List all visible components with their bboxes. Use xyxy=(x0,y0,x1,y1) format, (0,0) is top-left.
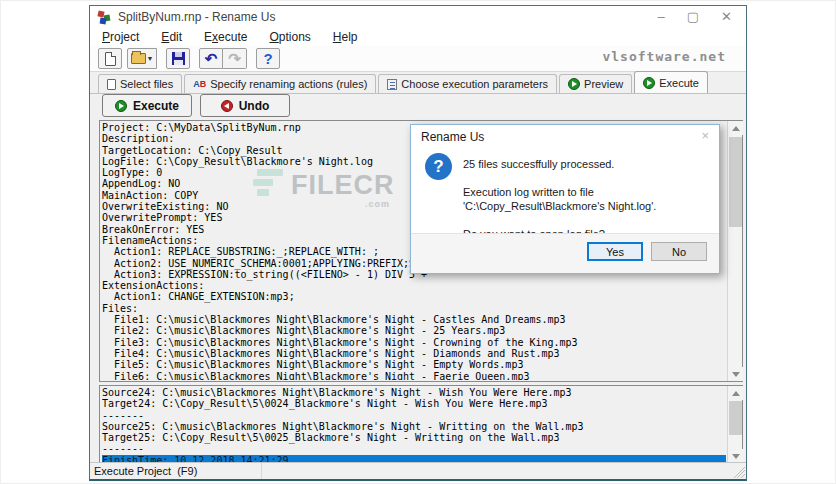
help-button[interactable]: ? xyxy=(256,48,280,69)
save-floppy-icon xyxy=(172,52,185,65)
menu-edit[interactable]: Edit xyxy=(161,30,182,44)
title-bar: SplitByNum.rnp - Rename Us – ▢ ✕ xyxy=(90,6,746,28)
scroll-down-icon xyxy=(732,372,740,377)
log-line: File4: C:\music\Blackmores Night\Blackmo… xyxy=(102,348,726,359)
undo-toolbar-button[interactable]: ↶ xyxy=(199,48,223,69)
question-icon: ? xyxy=(425,153,452,180)
log-line: File3: C:\music\Blackmores Night\Blackmo… xyxy=(102,337,726,348)
execute-play-icon xyxy=(643,77,655,89)
source-target-log-lines: Source24: C:\music\Blackmores Night\Blac… xyxy=(102,387,726,462)
app-icon xyxy=(98,10,112,24)
dialog-line-2: Execution log written to file 'C:\Copy_R… xyxy=(463,185,715,213)
tab-select-files[interactable]: Select files xyxy=(98,74,182,93)
maximize-button[interactable]: ▢ xyxy=(687,6,699,28)
yes-button[interactable]: Yes xyxy=(587,242,643,261)
log-line: Target25: C:\Copy_Result\5\0025_Blackmor… xyxy=(102,432,726,443)
execute-button-label: Execute xyxy=(133,99,179,113)
screenshot-stage: SplitByNum.rnp - Rename Us – ▢ ✕ Project… xyxy=(0,0,836,484)
minimize-button[interactable]: – xyxy=(658,6,665,28)
help-question-icon: ? xyxy=(263,50,272,67)
no-button[interactable]: No xyxy=(651,242,707,261)
log-line: Source25: C:\music\Blackmores Night\Blac… xyxy=(102,421,726,432)
scroll-down-icon xyxy=(732,454,740,459)
new-project-button[interactable] xyxy=(98,48,122,69)
scroll-up-button[interactable] xyxy=(728,386,743,400)
menu-bar: Project Edit Execute Options Help xyxy=(90,28,746,46)
app-window: SplitByNum.rnp - Rename Us – ▢ ✕ Project… xyxy=(89,5,747,481)
toolbar: ▼ ↶ ↷ ? vlsoftware.net xyxy=(90,46,746,72)
open-project-button[interactable]: ▼ xyxy=(127,48,157,69)
close-button[interactable]: ✕ xyxy=(721,6,732,28)
tab-execute[interactable]: Execute xyxy=(634,71,708,93)
status-message: Execute Project (F9) xyxy=(90,463,262,479)
window-title: SplitByNum.rnp - Rename Us xyxy=(118,10,275,24)
log-line: File6: C:\music\Blackmores Night\Blackmo… xyxy=(102,371,726,380)
tab-specify-renaming-actions[interactable]: AB Specify renaming actions (rules) xyxy=(184,74,376,93)
rename-us-dialog: Rename Us × ? 25 files succesffully proc… xyxy=(410,124,720,274)
undo-arrow-icon: ↶ xyxy=(205,52,218,66)
log-line: File5: C:\music\Blackmores Night\Blackmo… xyxy=(102,359,726,370)
undo-button-label: Undo xyxy=(239,99,270,113)
log-line: File1: C:\music\Blackmores Night\Blackmo… xyxy=(102,314,726,325)
parameters-icon xyxy=(387,79,397,90)
menu-options[interactable]: Options xyxy=(269,30,310,44)
source-target-lines: Source24: C:\music\Blackmores Night\Blac… xyxy=(102,387,726,455)
log-line: Source24: C:\music\Blackmores Night\Blac… xyxy=(102,387,726,398)
scroll-up-icon xyxy=(732,391,740,396)
bottom-log-scrollbar[interactable] xyxy=(727,386,742,463)
log-line-selected[interactable]: FinishTime: 10.12.2018 14:21:29 xyxy=(102,455,726,462)
source-target-log-panel[interactable]: Source24: C:\music\Blackmores Night\Blac… xyxy=(99,385,743,464)
log-line: Action1: CHANGE_EXTENSION:mp3; xyxy=(102,291,726,302)
resize-grip[interactable] xyxy=(733,466,745,478)
dialog-line-1: 25 files succesffully processed. xyxy=(463,157,715,171)
redo-arrow-icon: ↷ xyxy=(228,52,241,66)
menu-project[interactable]: Project xyxy=(102,30,139,44)
log-line: ExtensionActions: xyxy=(102,280,726,291)
dialog-title: Rename Us xyxy=(421,130,484,144)
tab-bar: Select files AB Specify renaming actions… xyxy=(90,72,746,94)
action-button-row: Execute Undo xyxy=(102,94,290,117)
undo-button[interactable]: Undo xyxy=(200,94,290,117)
log-line: Files: xyxy=(102,303,726,314)
log-line: File2: C:\music\Blackmores Night\Blackmo… xyxy=(102,325,726,336)
new-document-icon xyxy=(105,52,116,66)
dialog-close-icon[interactable]: × xyxy=(701,128,709,143)
redo-toolbar-button[interactable]: ↷ xyxy=(223,48,247,69)
rename-ab-icon: AB xyxy=(193,80,206,89)
scroll-down-button[interactable] xyxy=(728,449,743,463)
log-line: Target24: C:\Copy_Result\5\0024_Blackmor… xyxy=(102,398,726,409)
vendor-website-label: vlsoftware.net xyxy=(602,49,726,64)
tab-preview[interactable]: Preview xyxy=(559,74,632,93)
chevron-down-icon: ▼ xyxy=(147,55,154,62)
status-bar: Execute Project (F9) xyxy=(90,462,746,479)
scroll-down-button[interactable] xyxy=(728,367,743,381)
scroll-up-button[interactable] xyxy=(728,121,743,135)
tab-label: Specify renaming actions (rules) xyxy=(210,78,367,90)
main-log-scrollbar[interactable] xyxy=(727,121,742,381)
log-line: ------- xyxy=(102,443,726,454)
scrollbar-thumb[interactable] xyxy=(729,401,742,435)
execute-button-play-icon xyxy=(115,100,127,112)
save-project-button[interactable] xyxy=(166,48,190,69)
tab-label: Select files xyxy=(120,78,173,90)
select-files-icon xyxy=(107,79,116,90)
tab-label: Execute xyxy=(659,77,699,89)
preview-play-icon xyxy=(568,78,580,90)
tab-label: Choose execution parameters xyxy=(401,78,548,90)
menu-help[interactable]: Help xyxy=(333,30,358,44)
scrollbar-thumb[interactable] xyxy=(729,137,742,227)
dialog-footer: Yes No xyxy=(411,233,719,273)
execute-button[interactable]: Execute xyxy=(102,94,192,117)
undo-button-icon xyxy=(221,100,233,112)
log-line: ------- xyxy=(102,410,726,421)
tab-label: Preview xyxy=(584,78,623,90)
menu-execute[interactable]: Execute xyxy=(204,30,247,44)
scroll-up-icon xyxy=(732,126,740,131)
open-folder-icon xyxy=(131,53,146,64)
tab-choose-execution-parameters[interactable]: Choose execution parameters xyxy=(378,74,557,93)
